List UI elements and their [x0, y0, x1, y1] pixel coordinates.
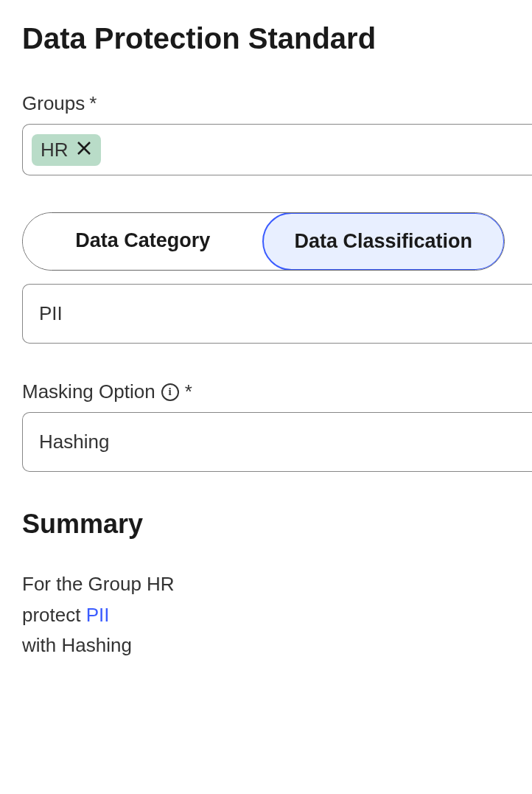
- summary-line-group: For the Group HR: [22, 569, 532, 600]
- chip-text: HR: [41, 139, 69, 161]
- summary-group-value: HR: [147, 573, 175, 595]
- groups-label-text: Groups: [22, 92, 85, 115]
- summary-protect-value[interactable]: PII: [86, 604, 110, 626]
- group-chip-hr: HR: [32, 134, 101, 166]
- classification-select[interactable]: PII: [22, 284, 532, 344]
- tab-data-category[interactable]: Data Category: [23, 213, 263, 270]
- summary-with-prefix: with: [22, 634, 61, 656]
- category-classification-toggle: Data Category Data Classification: [22, 212, 505, 271]
- groups-label: Groups *: [22, 92, 532, 115]
- summary-line-with: with Hashing: [22, 630, 532, 661]
- masking-label: Masking Option i *: [22, 380, 532, 403]
- tab-data-classification[interactable]: Data Classification: [262, 212, 505, 271]
- masking-select[interactable]: Hashing: [22, 412, 532, 472]
- info-icon[interactable]: i: [161, 383, 179, 401]
- groups-input[interactable]: HR: [22, 124, 532, 175]
- close-icon[interactable]: [76, 139, 92, 160]
- required-asterisk: *: [89, 92, 97, 115]
- summary-with-value: Hashing: [61, 634, 131, 656]
- summary-group-prefix: For the Group: [22, 573, 147, 595]
- summary-protect-prefix: protect: [22, 604, 86, 626]
- summary-title: Summary: [22, 509, 532, 540]
- masking-label-text: Masking Option: [22, 380, 155, 403]
- page-title: Data Protection Standard: [22, 22, 532, 55]
- summary-line-protect: protect PII: [22, 600, 532, 631]
- required-asterisk: *: [185, 380, 192, 403]
